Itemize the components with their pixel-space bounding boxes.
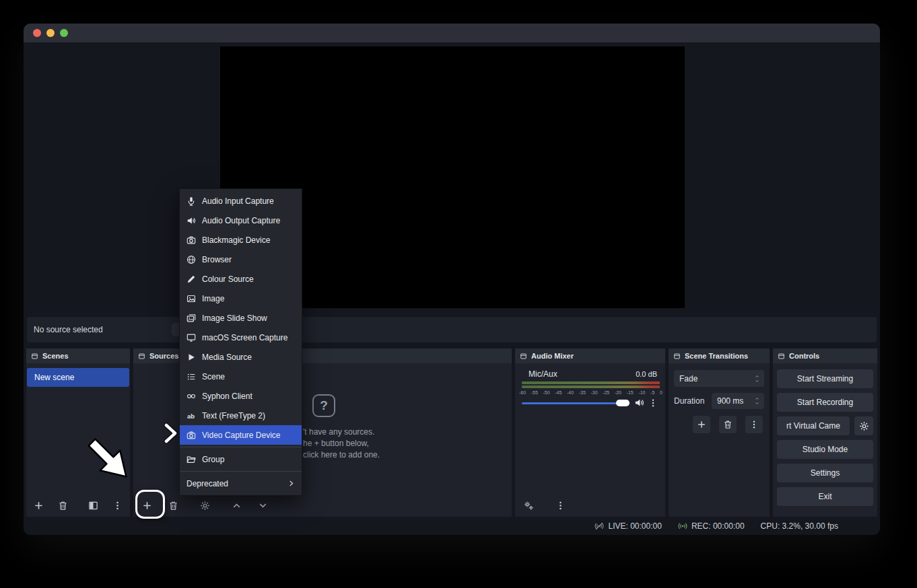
channel-name: Mic/Aux: [529, 369, 557, 379]
menu-item-label: Scene: [202, 372, 225, 381]
start-virtual-camera-button[interactable]: rt Virtual Came: [777, 416, 850, 435]
remove-transition-button[interactable]: [719, 416, 737, 433]
tick-label: -55: [531, 390, 538, 395]
menu-item-image-slide-show[interactable]: Image Slide Show: [180, 308, 302, 328]
annotation-highlight-circle: [135, 490, 165, 519]
dock-icon: [138, 353, 145, 360]
exit-button[interactable]: Exit: [777, 487, 873, 506]
scene-list-item[interactable]: New scene: [27, 368, 129, 387]
folder-icon: [186, 455, 196, 464]
menu-item-label: Syphon Client: [202, 392, 252, 401]
audio-mixer-dock-header[interactable]: Audio Mixer: [515, 348, 665, 363]
menu-item-browser[interactable]: Browser: [180, 250, 302, 269]
remove-source-button[interactable]: [164, 497, 182, 514]
scene-menu-button[interactable]: [110, 497, 125, 514]
goggles-icon: [186, 392, 196, 401]
chevron-right-icon: [287, 480, 295, 487]
menu-item-label: Colour Source: [202, 274, 254, 284]
dock-icon: [520, 353, 527, 360]
menu-item-group[interactable]: Group: [180, 449, 302, 469]
gear-icon: [859, 421, 869, 431]
studio-mode-button[interactable]: Studio Mode: [777, 440, 873, 459]
tick-label: -20: [615, 390, 621, 395]
display-icon: [186, 333, 196, 342]
start-streaming-button[interactable]: Start Streaming: [777, 369, 873, 388]
menu-item-image[interactable]: Image: [180, 289, 302, 308]
camera-icon: [186, 235, 196, 245]
audio-mixer-dock: Audio Mixer Mic/Aux 0.0 dB -60 -55 -50 -…: [515, 348, 665, 517]
chevron-up-icon: [754, 374, 760, 379]
menu-item-text-freetype2[interactable]: Text (FreeType 2): [180, 406, 302, 425]
question-icon: ?: [312, 394, 335, 417]
live-status: LIVE: 00:00:00: [595, 521, 661, 531]
move-source-up-button[interactable]: [228, 497, 245, 514]
menu-item-label: Deprecated: [186, 479, 228, 488]
tick-label: -10: [638, 390, 645, 395]
obs-window: No source selected Scenes New scene: [24, 24, 880, 535]
volume-slider[interactable]: [522, 399, 630, 407]
menu-item-macos-screen-capture[interactable]: macOS Screen Capture: [180, 328, 302, 347]
cpu-status: CPU: 3.2%, 30.00 fps: [761, 521, 838, 531]
mixer-channel: Mic/Aux 0.0 dB -60 -55 -50 -45 -40 -35 -…: [515, 363, 665, 494]
chevron-up-icon[interactable]: [754, 396, 760, 401]
close-button[interactable]: [33, 29, 41, 37]
stream-status-icon: [595, 521, 604, 531]
menu-item-scene[interactable]: Scene: [180, 367, 302, 386]
menu-item-syphon-client[interactable]: Syphon Client: [180, 386, 302, 406]
transition-select[interactable]: Fade: [674, 370, 764, 387]
menu-item-blackmagic-device[interactable]: Blackmagic Device: [180, 230, 302, 250]
live-time: LIVE: 00:00:00: [608, 521, 661, 531]
record-status-icon: [678, 521, 687, 531]
settings-button[interactable]: Settings: [777, 464, 873, 482]
controls-dock-header[interactable]: Controls: [773, 348, 877, 363]
menu-item-label: Image Slide Show: [202, 314, 267, 323]
move-source-down-button[interactable]: [254, 497, 271, 514]
zoom-button[interactable]: [60, 29, 68, 37]
duration-value: 900 ms: [717, 396, 743, 406]
menu-item-label: Group: [202, 455, 224, 464]
duration-input[interactable]: 900 ms: [712, 393, 764, 409]
mute-button[interactable]: [634, 398, 644, 408]
audio-mixer-toolbar: [515, 494, 665, 517]
menu-item-deprecated[interactable]: Deprecated: [180, 474, 302, 493]
menu-item-label: macOS Screen Capture: [202, 333, 287, 342]
chevron-down-icon[interactable]: [754, 401, 760, 406]
rec-time: REC: 00:00:00: [691, 521, 745, 531]
camera-icon: [186, 431, 196, 440]
channel-level: 0.0 dB: [636, 370, 657, 378]
mixer-menu-button[interactable]: [551, 497, 569, 514]
menu-item-audio-output-capture[interactable]: Audio Output Capture: [180, 211, 302, 230]
empty-state-line[interactable]: click here to add one.: [303, 449, 380, 461]
channel-menu-button[interactable]: [647, 397, 659, 409]
source-properties-button[interactable]: [196, 497, 213, 514]
scenes-dock-header[interactable]: Scenes: [26, 348, 130, 363]
scene-filters-button[interactable]: [86, 497, 101, 514]
transition-menu-button[interactable]: [745, 416, 763, 433]
virtual-camera-settings-button[interactable]: [854, 416, 873, 435]
remove-scene-button[interactable]: [55, 497, 71, 514]
start-recording-button[interactable]: Start Recording: [777, 393, 873, 412]
annotation-arrow-icon: [79, 437, 139, 486]
menu-item-video-capture-device[interactable]: Video Capture Device: [180, 425, 302, 445]
titlebar[interactable]: [24, 24, 880, 42]
scenes-dock-toolbar: [26, 494, 130, 517]
add-source-menu: Audio Input Capture Audio Output Capture…: [179, 188, 302, 496]
empty-state-line: 't have any sources.: [303, 427, 380, 438]
scene-transitions-dock: Scene Transitions Fade Duration 900 ms: [669, 348, 770, 517]
menu-item-media-source[interactable]: Media Source: [180, 347, 302, 367]
menu-item-colour-source[interactable]: Colour Source: [180, 269, 302, 289]
source-toolbar: No source selected: [27, 317, 877, 342]
desktop: No source selected Scenes New scene: [0, 0, 917, 588]
menu-item-label: Blackmagic Device: [202, 235, 270, 245]
add-scene-button[interactable]: [31, 497, 46, 514]
scene-transitions-dock-header[interactable]: Scene Transitions: [669, 348, 770, 363]
play-icon: [186, 353, 196, 362]
menu-item-audio-input-capture[interactable]: Audio Input Capture: [180, 191, 302, 211]
tick-label: -50: [543, 390, 549, 395]
tick-label: -5: [650, 390, 654, 395]
sources-dock-title: Sources: [149, 352, 178, 360]
volume-slider-handle[interactable]: [616, 400, 630, 406]
add-transition-button[interactable]: [693, 416, 710, 433]
minimize-button[interactable]: [46, 29, 55, 37]
advanced-audio-button[interactable]: [520, 497, 537, 514]
